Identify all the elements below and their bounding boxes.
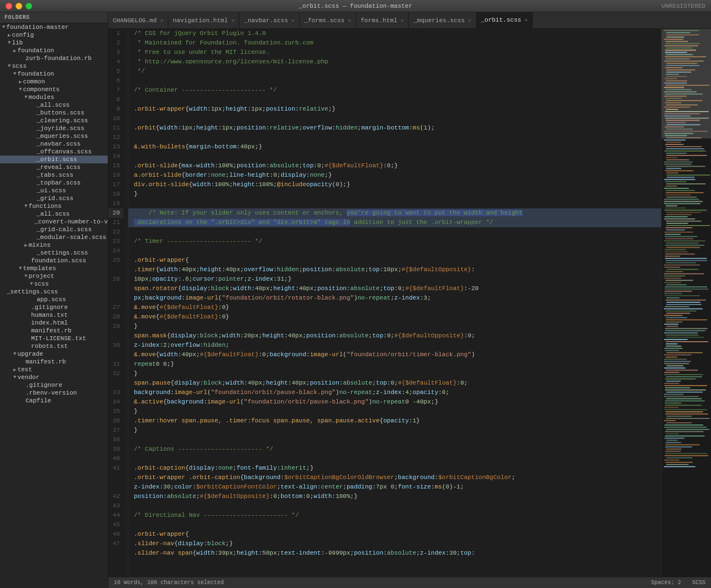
editor-content[interactable]: 1234567891011121314151617181920212223242… — [108, 29, 711, 577]
sidebar-item[interactable]: foundation.scss — [0, 257, 108, 265]
line-number: 11 — [108, 123, 123, 133]
line-number: 35 — [108, 407, 123, 416]
tree-label: test — [17, 366, 32, 373]
code-area[interactable]: /* CSS for jQuery Orbit Plugin 1.4.0 * M… — [128, 29, 661, 577]
line-number: 4 — [108, 57, 123, 67]
tab-navbar-scss[interactable]: _navbar.scss✕ — [239, 12, 299, 28]
tab-forms-html[interactable]: forms.html✕ — [356, 12, 409, 28]
maximize-button[interactable] — [26, 3, 32, 9]
code-line: .slider-nav { display: block; } — [128, 539, 661, 549]
sidebar-item[interactable]: ▼ project — [0, 272, 108, 280]
sidebar-item[interactable]: ▼ components — [0, 86, 108, 93]
tree-label: .gitignore — [26, 382, 62, 388]
tab-changelog[interactable]: CHANGELOG.md✕ — [108, 12, 168, 28]
code-line: /* Note: If your slider only uses conten… — [128, 208, 661, 227]
sidebar-item[interactable]: _modular-scale.scss — [0, 233, 108, 241]
sidebar-item[interactable]: _grid.scss — [0, 195, 108, 202]
sidebar-item[interactable]: ▼ functions — [0, 202, 108, 210]
code-line: span.pause { display: block; width: 40px… — [128, 378, 661, 388]
tab-navigation[interactable]: navigation.html✕ — [168, 12, 239, 28]
sidebar-item[interactable]: _settings.scss — [0, 288, 108, 296]
sidebar-item[interactable]: _all.scss — [0, 101, 108, 109]
line-number: 32 — [108, 369, 123, 378]
tree-arrow: ▶ — [13, 367, 16, 373]
tab-forms-scss[interactable]: _forms.scss✕ — [300, 12, 357, 28]
tree-label: foundation-master — [6, 24, 68, 31]
tree-label: templates — [23, 265, 56, 272]
line-number: 21 — [108, 218, 123, 227]
sidebar-item[interactable]: ▶ mixins — [0, 241, 108, 249]
sidebar-item[interactable]: ▶ test — [0, 366, 108, 373]
code-line — [128, 246, 661, 256]
tree-label: scss — [34, 281, 48, 287]
code-line: .orbit-wrapper { width: 1px; height: 1px… — [128, 104, 661, 114]
code-line: &.with-bullets { margin-bottom: 40px; } — [128, 142, 661, 152]
tab-mqueries[interactable]: _mqueries.scss✕ — [409, 12, 476, 28]
tree-arrow: ▶ — [8, 32, 11, 38]
line-number: 24 — [108, 246, 123, 256]
sidebar-item[interactable]: ▼ scss — [0, 280, 108, 288]
sidebar-item[interactable]: _clearing.scss — [0, 117, 108, 124]
tab-label: navigation.html — [173, 17, 228, 24]
tab-close[interactable]: ✕ — [524, 17, 528, 23]
sidebar-item[interactable]: manifest.rb — [0, 327, 108, 335]
sidebar-item[interactable]: ▶ config — [0, 31, 108, 39]
tree-label: manifest.rb — [26, 358, 66, 365]
code-line: * Free to use under the MIT license. — [128, 48, 661, 57]
sidebar-item[interactable]: ▼ templates — [0, 265, 108, 272]
sidebar-item[interactable]: ▼ lib — [0, 39, 108, 47]
tab-close[interactable]: ✕ — [348, 17, 351, 24]
tab-close[interactable]: ✕ — [292, 17, 295, 24]
sidebar-item[interactable]: ▼ modules — [0, 93, 108, 101]
sidebar-item[interactable]: _convert-number-to-v — [0, 218, 108, 226]
sidebar-item[interactable]: ▼ upgrade — [0, 350, 108, 358]
sidebar-item[interactable]: _reveal.scss — [0, 163, 108, 171]
code-line: .orbit-wrapper { — [128, 530, 661, 539]
sidebar-item[interactable]: ▼ scss — [0, 62, 108, 70]
sidebar-item[interactable]: ▶ common — [0, 78, 108, 86]
sidebar-item[interactable]: ▼ foundation-master — [0, 23, 108, 31]
tab-close[interactable]: ✕ — [231, 17, 234, 24]
tree-label: _offcanvas.scss — [37, 148, 92, 155]
sidebar-item[interactable]: robots.txt — [0, 342, 108, 350]
sidebar-item[interactable]: .gitignore — [0, 381, 108, 389]
sidebar-item[interactable]: _buttons.scss — [0, 109, 108, 117]
sidebar-item[interactable]: ▼ foundation — [0, 70, 108, 78]
tab-close[interactable]: ✕ — [400, 17, 404, 24]
sidebar-item[interactable]: ▶ foundation — [0, 47, 108, 54]
line-number: 28 — [108, 312, 123, 322]
sidebar-item[interactable]: .rbenv-version — [0, 389, 108, 397]
line-number-cont — [108, 473, 123, 482]
sidebar-item[interactable]: _settings.scss — [0, 249, 108, 257]
tab-close[interactable]: ✕ — [468, 17, 472, 24]
sidebar-item[interactable]: app.scss — [0, 296, 108, 303]
sidebar-item[interactable]: _ui.scss — [0, 187, 108, 195]
tree-label: _ui.scss — [37, 187, 66, 194]
sidebar-item[interactable]: ▼ vendor — [0, 373, 108, 381]
tab-orbit[interactable]: _orbit.scss✕ — [477, 12, 533, 28]
sidebar-item[interactable]: _orbit.scss — [0, 156, 108, 163]
line-number: 13 — [108, 142, 123, 152]
minimize-button[interactable] — [16, 3, 22, 9]
traffic-lights[interactable] — [6, 3, 32, 9]
sidebar-item[interactable]: .gitignore — [0, 303, 108, 311]
sidebar-item[interactable]: Capfile — [0, 397, 108, 405]
sidebar-item[interactable]: zurb-foundation.rb — [0, 54, 108, 62]
sidebar-item[interactable]: manifest.rb — [0, 358, 108, 366]
sidebar-item[interactable]: _tabs.scss — [0, 171, 108, 179]
sidebar-item[interactable]: _navbar.scss — [0, 140, 108, 148]
sidebar-item[interactable]: _grid-calc.scss — [0, 226, 108, 233]
line-number-cont — [108, 265, 123, 275]
sidebar-item[interactable]: _offcanvas.scss — [0, 148, 108, 156]
sidebar-item[interactable]: index.html — [0, 319, 108, 327]
sidebar-item[interactable]: humans.txt — [0, 311, 108, 319]
close-button[interactable] — [6, 3, 12, 9]
sidebar-item[interactable]: _all.scss — [0, 210, 108, 218]
sidebar-item[interactable]: _topbar.scss — [0, 179, 108, 187]
tab-close[interactable]: ✕ — [160, 17, 163, 24]
sidebar-item[interactable]: MIT-LICENSE.txt — [0, 335, 108, 342]
code-line — [128, 76, 661, 86]
sidebar-item[interactable]: _mqueries.scss — [0, 132, 108, 140]
line-number: 20 — [108, 208, 123, 218]
sidebar-item[interactable]: _joyride.scss — [0, 124, 108, 132]
